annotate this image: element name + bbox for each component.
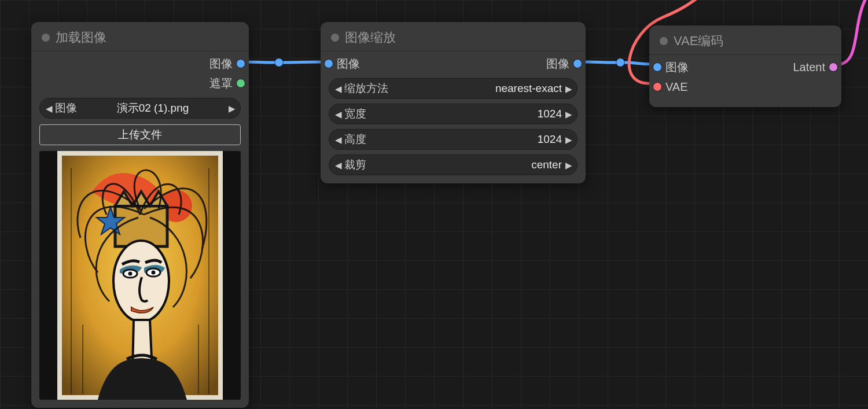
output-image-label: 图像 (209, 56, 233, 72)
node-title: VAE编码 (674, 32, 723, 50)
crop-widget[interactable]: ◀ 裁剪 center ▶ (329, 154, 578, 175)
chevron-left-icon[interactable]: ◀ (335, 135, 341, 144)
preview-artwork-icon (57, 151, 223, 400)
upload-button[interactable]: 上传文件 (39, 124, 241, 145)
widget-value: 1024 (366, 133, 562, 146)
widget-value: nearest-exact (388, 82, 562, 95)
input-image-row[interactable]: 图像 (329, 54, 453, 73)
io-port-image-icon[interactable] (237, 60, 245, 68)
input-image-label: 图像 (337, 56, 360, 72)
io-port-image-icon[interactable] (573, 60, 582, 68)
collapse-dot-icon[interactable] (660, 37, 668, 45)
collapse-dot-icon[interactable] (331, 34, 339, 42)
chevron-right-icon[interactable]: ▶ (229, 104, 234, 113)
input-vae-label: VAE (665, 80, 688, 94)
image-preview (39, 151, 241, 400)
chevron-right-icon[interactable]: ▶ (565, 161, 571, 170)
input-image-label: 图像 (665, 60, 689, 75)
reroute-dot[interactable] (275, 58, 283, 67)
io-port-image-icon[interactable] (653, 63, 661, 71)
image-file-widget[interactable]: ◀ 图像 演示02 (1).png ▶ (39, 98, 241, 119)
chevron-right-icon[interactable]: ▶ (565, 110, 571, 119)
widget-label: 宽度 (344, 106, 366, 121)
chevron-left-icon[interactable]: ◀ (335, 161, 341, 170)
io-port-image-icon[interactable] (325, 60, 333, 68)
upload-button-label: 上传文件 (118, 127, 162, 142)
node-load-image[interactable]: 加载图像 图像 遮罩 ◀ 图像 演示02 (1).png ▶ 上传文件 (31, 22, 249, 408)
collapse-dot-icon[interactable] (42, 34, 50, 42)
output-mask-row[interactable]: 遮罩 (39, 73, 241, 93)
chevron-left-icon[interactable]: ◀ (335, 84, 341, 93)
input-vae-row[interactable]: VAE (657, 77, 833, 97)
output-latent-label: Latent (793, 61, 825, 74)
node-vae-encode[interactable]: VAE编码 图像 Latent VAE (649, 25, 841, 107)
node-header[interactable]: VAE编码 (649, 25, 841, 55)
width-widget[interactable]: ◀ 宽度 1024 ▶ (329, 104, 578, 124)
output-image-label: 图像 (546, 56, 569, 72)
reroute-dot[interactable] (616, 58, 624, 67)
svg-point-8 (152, 271, 156, 275)
io-port-mask-icon[interactable] (237, 79, 245, 87)
widget-value: 1024 (366, 108, 562, 120)
node-header[interactable]: 图像缩放 (321, 22, 586, 51)
widget-value: center (366, 159, 562, 171)
output-image-row[interactable]: 图像 (39, 54, 241, 73)
widget-label: 图像 (55, 101, 77, 116)
output-image-row[interactable]: 图像 (453, 54, 578, 73)
node-image-scale[interactable]: 图像缩放 图像 图像 ◀ 缩放方法 nearest-exact ▶ ◀ 宽度 1… (321, 22, 586, 183)
widget-label: 缩放方法 (344, 81, 388, 96)
widget-label: 高度 (344, 132, 366, 147)
svg-point-6 (128, 272, 133, 276)
chevron-left-icon[interactable]: ◀ (46, 104, 52, 113)
widget-label: 裁剪 (344, 157, 366, 172)
scale-method-widget[interactable]: ◀ 缩放方法 nearest-exact ▶ (329, 78, 578, 99)
height-widget[interactable]: ◀ 高度 1024 ▶ (329, 129, 578, 150)
node-title: 图像缩放 (345, 29, 396, 46)
io-port-vae-icon[interactable] (653, 83, 661, 91)
output-latent-row[interactable]: Latent (745, 57, 833, 77)
io-port-latent-icon[interactable] (829, 63, 837, 71)
input-image-row[interactable]: 图像 (657, 57, 745, 77)
chevron-left-icon[interactable]: ◀ (335, 110, 341, 119)
node-title: 加载图像 (56, 29, 106, 46)
node-header[interactable]: 加载图像 (31, 22, 249, 51)
output-mask-label: 遮罩 (209, 76, 233, 91)
chevron-right-icon[interactable]: ▶ (565, 135, 571, 144)
widget-value: 演示02 (1).png (80, 101, 225, 116)
chevron-right-icon[interactable]: ▶ (565, 84, 571, 93)
